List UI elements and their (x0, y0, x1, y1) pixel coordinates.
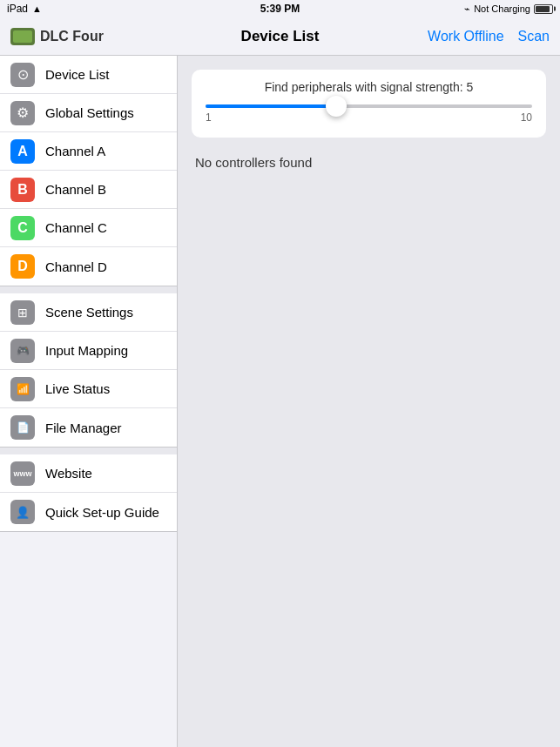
app-logo (10, 28, 35, 45)
sidebar-label-quick-setup: Quick Set-up Guide (45, 505, 159, 520)
sidebar-label-live-status: Live Status (45, 381, 110, 396)
sidebar-item-channel-c[interactable]: C Channel C (0, 209, 177, 247)
slider-thumb[interactable] (326, 96, 347, 117)
sidebar-item-channel-a[interactable]: A Channel A (0, 132, 177, 171)
signal-label: Find peripherals with signal strength: 5 (265, 80, 474, 94)
status-right: ⌁ Not Charging (464, 3, 553, 15)
content-area: Find peripherals with signal strength: 5… (178, 56, 560, 747)
page-title-text: Device List (241, 28, 320, 44)
no-controllers-message: No controllers found (192, 148, 546, 177)
scene-settings-icon: ⊞ (10, 300, 35, 325)
sidebar-spacer-1 (0, 286, 177, 293)
charging-label: Not Charging (474, 3, 530, 14)
bluetooth-icon: ⌁ (464, 3, 470, 15)
battery-fill (536, 6, 550, 12)
app-logo-inner (13, 30, 32, 43)
slider-track (206, 104, 532, 108)
page-title: Device List (241, 28, 320, 45)
device-label: iPad (7, 3, 28, 15)
signal-title: Find peripherals with signal strength: 5 (206, 80, 532, 94)
slider-min: 1 (206, 111, 212, 124)
sidebar-section-3: www Website 👤 Quick Set-up Guide (0, 454, 177, 532)
channel-b-icon: B (10, 178, 35, 202)
sidebar: ⊙ Device List ⚙ Global Settings A Channe… (0, 56, 178, 747)
slider-max: 10 (521, 111, 532, 124)
scan-button[interactable]: Scan (518, 29, 550, 44)
quick-setup-icon: 👤 (10, 500, 35, 524)
sidebar-spacer-2 (0, 448, 177, 454)
nav-bar: DLC Four Device List Work Offline Scan (0, 17, 560, 56)
sidebar-section-2: ⊞ Scene Settings 🎮 Input Mapping 📶 Live … (0, 293, 177, 448)
sidebar-label-scene-settings: Scene Settings (45, 305, 133, 320)
input-mapping-icon: 🎮 (10, 339, 35, 363)
sidebar-item-scene-settings[interactable]: ⊞ Scene Settings (0, 293, 177, 332)
sidebar-item-website[interactable]: www Website (0, 454, 177, 493)
nav-bar-right: Work Offline Scan (428, 29, 550, 44)
slider-fill (206, 104, 336, 108)
work-offline-button[interactable]: Work Offline (428, 29, 503, 44)
sidebar-label-channel-a: Channel A (45, 144, 105, 158)
sidebar-label-file-manager: File Manager (45, 421, 122, 435)
live-status-icon: 📶 (10, 377, 35, 401)
sidebar-item-channel-d[interactable]: D Channel D (0, 247, 177, 286)
sidebar-item-device-list[interactable]: ⊙ Device List (0, 56, 177, 94)
status-left: iPad ▲ (7, 3, 42, 15)
status-time: 5:39 PM (260, 3, 300, 15)
sidebar-label-device-list: Device List (45, 67, 109, 82)
channel-a-icon: A (10, 139, 35, 164)
sidebar-label-channel-c: Channel C (45, 220, 107, 235)
sidebar-item-quick-setup[interactable]: 👤 Quick Set-up Guide (0, 493, 177, 531)
sidebar-item-channel-b[interactable]: B Channel B (0, 171, 177, 209)
signal-card: Find peripherals with signal strength: 5… (192, 70, 546, 138)
website-icon: www (10, 461, 35, 486)
app-title: DLC Four (40, 29, 104, 44)
sidebar-item-live-status[interactable]: 📶 Live Status (0, 370, 177, 408)
global-settings-icon: ⚙ (10, 101, 35, 125)
channel-d-icon: D (10, 254, 35, 279)
sidebar-item-global-settings[interactable]: ⚙ Global Settings (0, 94, 177, 132)
sidebar-section-1: ⊙ Device List ⚙ Global Settings A Channe… (0, 56, 177, 286)
main-layout: ⊙ Device List ⚙ Global Settings A Channe… (0, 56, 560, 747)
slider-labels: 1 10 (206, 111, 532, 124)
slider-container[interactable]: 1 10 (206, 101, 532, 127)
device-list-icon: ⊙ (10, 63, 35, 87)
file-manager-icon: 📄 (10, 415, 35, 440)
status-bar: iPad ▲ 5:39 PM ⌁ Not Charging (0, 0, 560, 17)
wifi-icon: ▲ (32, 3, 42, 14)
battery-indicator (534, 4, 553, 14)
channel-c-icon: C (10, 216, 35, 240)
sidebar-label-channel-b: Channel B (45, 182, 106, 197)
sidebar-item-file-manager[interactable]: 📄 File Manager (0, 408, 177, 447)
sidebar-label-input-mapping: Input Mapping (45, 343, 128, 358)
sidebar-label-channel-d: Channel D (45, 259, 107, 274)
sidebar-item-input-mapping[interactable]: 🎮 Input Mapping (0, 332, 177, 370)
sidebar-label-global-settings: Global Settings (45, 105, 134, 120)
nav-bar-left: DLC Four (10, 28, 104, 45)
sidebar-label-website: Website (45, 466, 92, 481)
